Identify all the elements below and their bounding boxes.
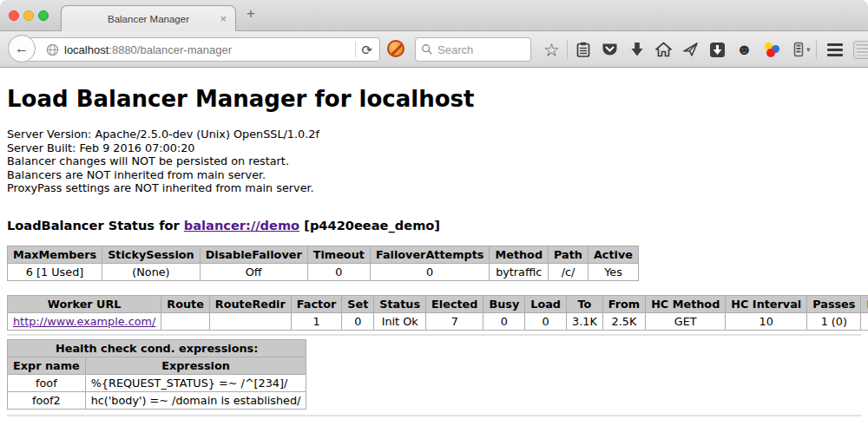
search-icon [421,43,433,56]
expr-value-cell: %{REQUEST_STATUS} =~ /^[234]/ [85,374,306,391]
header-cell: Route [161,295,210,312]
health-check-table: Health check cond. expressions: Expr nam… [7,339,306,410]
worker-table: Worker URL Route RouteRedir Factor Set S… [7,295,868,331]
download-arrow-icon [630,42,644,57]
inherit-note-line: Balancers are NOT inherited from main se… [7,168,861,182]
server-built-line: Server Built: Feb 9 2016 07:00:20 [7,141,861,155]
persist-note-line: Balancer changes will NOT be persisted o… [7,154,861,168]
home-button[interactable] [650,31,677,68]
worker-url-cell: http://www.example.com/ [8,312,161,330]
table-cell: 3.1K [567,312,603,330]
header-cell: StickySession [102,246,201,263]
smiley-icon: ☻ [736,42,753,57]
header-cell: Active [588,246,638,263]
header-cell: DisableFailover [200,246,307,263]
pocket-button[interactable] [596,31,623,68]
home-icon [655,42,672,57]
header-cell: Passes [807,295,861,312]
tab-close-icon[interactable]: × [220,12,227,25]
zoom-window-button[interactable] [38,10,49,21]
server-version-line: Server Version: Apache/2.5.0-dev (Unix) … [7,128,861,141]
table-cell [209,312,291,330]
url-path-text: :8880/balancer-manager [108,43,232,56]
url-host-text: localhost [64,43,108,56]
page-content: Load Balancer Manager for localhost Serv… [0,68,868,426]
table-cell: 0 [307,263,370,280]
proxypass-note-line: ProxyPass settings are NOT inherited fro… [7,181,861,195]
table-header-row: Expr name Expression [8,357,306,374]
header-cell: Path [549,246,589,263]
expr-value-cell: hc('body') =~ /domain is established/ [85,391,306,409]
minimize-window-button[interactable] [23,10,34,21]
send-button[interactable] [677,31,704,68]
expr-name-cell: foof [8,374,86,391]
table-cell: 1 (0) [807,312,861,330]
new-tab-button[interactable]: + [247,5,255,23]
back-button[interactable]: ← [8,35,36,62]
table-cell: GET [646,312,726,330]
color-balls-icon [764,42,779,57]
table-cell: 0 [483,312,525,330]
table-row: 6 [1 Used] (None) Off 0 0 bytraffic /c/ … [8,263,639,280]
balancer-link[interactable]: balancer://demo [184,218,299,233]
table-header-row: Worker URL Route RouteRedir Factor Set S… [8,295,868,312]
header-cell: Fails [861,295,868,312]
clipboard-button[interactable] [569,31,596,68]
extension-colorballs-button[interactable] [758,31,785,68]
hc-expr-row: foof %{REQUEST_STATUS} =~ /^[234]/ [8,374,306,391]
worker-row: http://www.example.com/ 1 0 Init Ok 7 0 … [8,312,868,330]
menu-button[interactable] [822,31,849,68]
table-cell: Off [200,263,307,280]
header-cell: Status [374,295,426,312]
plugin-blocked-icon[interactable] [387,40,404,57]
table-cell: Yes [588,263,638,280]
pocket-icon [602,42,618,57]
search-input[interactable] [437,43,525,56]
close-window-button[interactable] [9,10,19,21]
table-header-row: MaxMembers StickySession DisableFailover… [8,246,639,263]
header-cell: HC Method [646,295,726,312]
page-actions-button[interactable] [849,31,868,68]
search-box[interactable] [415,37,531,62]
reload-icon[interactable]: ⟳ [361,43,372,56]
chevron-down-icon[interactable]: ▾ [806,45,811,54]
header-cell: MaxMembers [8,246,102,263]
hc-table-title: Health check cond. expressions: [8,339,306,357]
url-bar[interactable]: localhost:8880/balancer-manager ⟳ [23,37,380,62]
header-cell: Busy [483,295,525,312]
page-end-divider [7,415,861,416]
paper-plane-icon [682,42,699,57]
table-cell: 2.5K [602,312,645,330]
back-arrow-icon: ← [15,41,29,56]
balancer-settings-table: MaxMembers StickySession DisableFailover… [7,246,639,281]
section-divider [7,334,861,336]
worker-url-link[interactable]: http://www.example.com/ [13,315,155,328]
star-icon: ☆ [543,41,560,59]
tab-balancer-manager[interactable]: Balancer Manager × [61,5,236,32]
toolbar-separator [567,40,568,59]
page-grid-icon [853,41,868,59]
table-cell: Init Ok [374,312,426,330]
box-download-icon [709,42,726,58]
header-cell: Timeout [307,246,370,263]
navigation-toolbar: ← localhost:8880/balancer-manager ⟳ ☆ [0,31,868,68]
tab-title: Balancer Manager [108,14,189,24]
clipboard-icon [575,42,591,58]
expr-name-cell: foof2 [8,391,86,409]
table-cell: 0 [370,263,490,280]
table-cell [161,312,210,330]
downloads-button[interactable] [623,31,650,68]
heading-suffix: [p4420eeae_demo] [299,218,440,233]
header-cell: Expr name [8,357,86,374]
header-cell: Expression [85,357,306,374]
extension-smiley-button[interactable]: ☻ [731,31,758,68]
extension-download-box-button[interactable] [704,31,731,68]
urlbar-divider [355,42,356,57]
table-cell: 7 [426,312,483,330]
table-cell: 1 [291,312,341,330]
table-cell: /c/ [549,263,589,280]
bookmark-star-button[interactable]: ☆ [538,31,565,68]
header-cell: RouteRedir [209,295,291,312]
table-cell: 2 (0) [861,312,868,330]
globe-icon [46,43,59,56]
